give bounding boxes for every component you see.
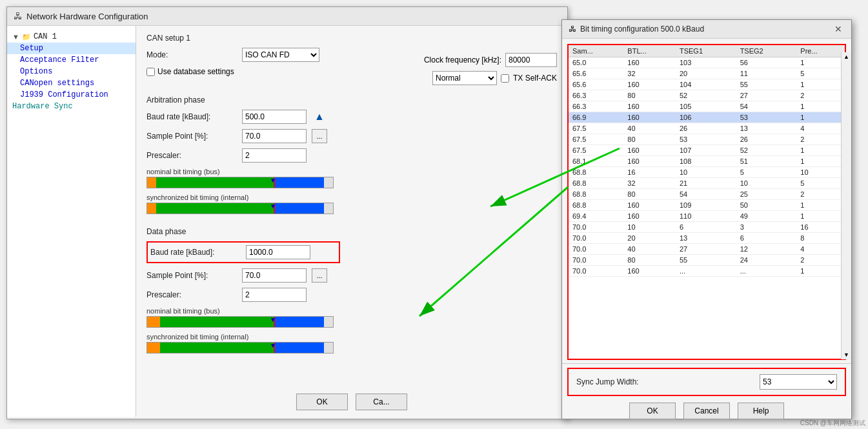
table-row[interactable]: 69.4160110491 <box>569 211 845 222</box>
data-sample-input[interactable] <box>242 268 307 283</box>
cell-pre: 2 <box>796 134 845 145</box>
data-sample-dots-btn[interactable]: ... <box>312 268 327 283</box>
table-row[interactable]: 68.83221105 <box>569 178 845 189</box>
table-row[interactable]: 66.3160105541 <box>569 101 845 112</box>
table-row[interactable]: 70.04027124 <box>569 244 845 255</box>
sidebar-item-canopen[interactable]: CANopen settings <box>7 77 136 89</box>
data-nominal-bar: ▼ <box>146 316 334 328</box>
cell-tseg1: 6 <box>676 222 736 233</box>
cell-tseg1: 104 <box>676 79 736 90</box>
use-database-checkbox[interactable] <box>146 68 155 76</box>
table-row[interactable]: 70.0106316 <box>569 222 845 233</box>
table-row[interactable]: 70.08055242 <box>569 255 845 266</box>
sync-label: Sync Jump Width: <box>576 377 754 386</box>
sidebar-hwsync-label: Hardware Sync <box>12 102 73 111</box>
cell-tseg1: 55 <box>676 255 736 266</box>
baud-rate-label: Baud rate [kBaud]: <box>146 112 237 121</box>
table-row[interactable]: 68.1160108511 <box>569 156 845 167</box>
arbitration-title: Arbitration phase <box>146 95 557 105</box>
table-row[interactable]: 65.6160104551 <box>569 79 845 90</box>
cell-sam: 68.1 <box>569 156 623 167</box>
nominal-bus-label: nominal bit timing (bus) <box>146 168 557 175</box>
cell-tseg2: 5 <box>736 167 797 178</box>
table-row[interactable]: 67.58053262 <box>569 134 845 145</box>
section-title: CAN setup 1 <box>146 34 557 43</box>
config-panel: CAN setup 1 Mode: ISO CAN FD Clock frequ… <box>136 26 567 417</box>
cell-tseg2: 52 <box>736 145 797 156</box>
cell-sam: 66.3 <box>569 101 623 112</box>
sidebar-options-label: Options <box>20 67 52 76</box>
table-row[interactable]: 67.5160107521 <box>569 145 845 156</box>
sidebar-item-can1[interactable]: ▼ 📁 CAN 1 <box>7 31 136 43</box>
scrollbar[interactable]: ▲ ▼ <box>841 52 851 359</box>
sidebar-item-setup[interactable]: Setup <box>7 43 136 54</box>
ok-button[interactable]: OK <box>296 394 348 410</box>
data-prescaler-input[interactable] <box>242 288 307 302</box>
popup-cancel-button[interactable]: Cancel <box>683 403 730 419</box>
popup-table-container: Sam... BTL... TSEG1 TSEG2 Pre... 65.0160… <box>567 44 846 360</box>
popup-close-button[interactable]: ✕ <box>832 24 845 34</box>
cell-sam: 68.8 <box>569 200 623 211</box>
sidebar-item-j1939[interactable]: J1939 Configuration <box>7 89 136 101</box>
cell-btl: 160 <box>623 112 676 123</box>
baud-rate-input[interactable] <box>242 110 307 124</box>
arbitration-section: Arbitration phase Baud rate [kBaud]: ▲ S… <box>146 95 557 214</box>
cell-tseg2: 56 <box>736 57 797 68</box>
table-row[interactable]: 70.0201368 <box>569 233 845 244</box>
scroll-down-btn[interactable]: ▼ <box>843 352 849 358</box>
col-tseg2: TSEG2 <box>736 45 797 57</box>
clock-input[interactable] <box>505 53 557 67</box>
cell-tseg1: 20 <box>676 68 736 79</box>
table-row[interactable]: 67.54026134 <box>569 123 845 134</box>
tx-self-ack-checkbox[interactable] <box>501 74 509 83</box>
cell-btl: 160 <box>623 266 676 277</box>
sidebar-item-acceptance[interactable]: Acceptance Filter <box>7 54 136 66</box>
prescaler-input[interactable] <box>242 148 307 163</box>
cell-pre: 5 <box>796 178 845 189</box>
popup-ok-button[interactable]: OK <box>629 403 676 419</box>
sidebar-acceptance-label: Acceptance Filter <box>20 55 99 65</box>
table-row[interactable]: 68.88054252 <box>569 189 845 200</box>
table-row[interactable]: 70.0160......1 <box>569 266 845 277</box>
cancel-button[interactable]: Ca... <box>356 394 407 410</box>
table-row[interactable]: 65.63220115 <box>569 68 845 79</box>
cell-tseg1: 108 <box>676 156 736 167</box>
cell-tseg1: 21 <box>676 178 736 189</box>
sidebar-item-options[interactable]: Options <box>7 66 136 77</box>
cell-tseg1: 52 <box>676 90 736 101</box>
cell-tseg1: 103 <box>676 57 736 68</box>
col-pre: Pre... <box>796 45 845 57</box>
cell-tseg2: 25 <box>736 189 797 200</box>
table-row[interactable]: 68.8160109501 <box>569 200 845 211</box>
cell-sam: 65.0 <box>569 57 623 68</box>
cell-btl: 160 <box>623 79 676 90</box>
cell-tseg1: 13 <box>676 233 736 244</box>
sample-point-input[interactable] <box>242 129 307 143</box>
data-baud-input[interactable] <box>246 245 310 259</box>
cell-tseg2: 12 <box>736 244 797 255</box>
scroll-up-btn[interactable]: ▲ <box>843 54 849 60</box>
mode-select[interactable]: ISO CAN FD <box>242 48 319 62</box>
data-timing-bars: nominal bit timing (bus) ▼ synchronized … <box>146 307 557 354</box>
sidebar-item-hwsync[interactable]: Hardware Sync <box>7 101 136 112</box>
popup-title-left: 🖧 Bit timing configuration 500.0 kBaud <box>569 25 704 34</box>
data-prescaler-label: Prescaler: <box>146 290 237 299</box>
sample-point-dots-btn[interactable]: ... <box>312 129 327 143</box>
cell-tseg1: 110 <box>676 211 736 222</box>
cell-pre: 1 <box>796 145 845 156</box>
cell-btl: 80 <box>623 189 676 200</box>
cell-tseg1: 10 <box>676 167 736 178</box>
popup-help-button[interactable]: Help <box>738 403 784 419</box>
table-row[interactable]: 66.38052272 <box>569 90 845 101</box>
popup-window: 🖧 Bit timing configuration 500.0 kBaud ✕… <box>561 19 852 419</box>
table-row[interactable]: 68.81610510 <box>569 167 845 178</box>
cell-tseg2: 13 <box>736 123 797 134</box>
cell-tseg2: 6 <box>736 233 797 244</box>
table-row[interactable]: 65.0160103561 <box>569 57 845 68</box>
tx-self-ack-label: TX Self-ACK <box>513 74 557 83</box>
normal-select[interactable]: Normal <box>432 71 497 85</box>
cell-tseg2: ... <box>736 266 797 277</box>
cell-sam: 70.0 <box>569 255 623 266</box>
sync-select[interactable]: 53 <box>760 374 837 390</box>
table-row[interactable]: 66.9160106531 <box>569 112 845 123</box>
